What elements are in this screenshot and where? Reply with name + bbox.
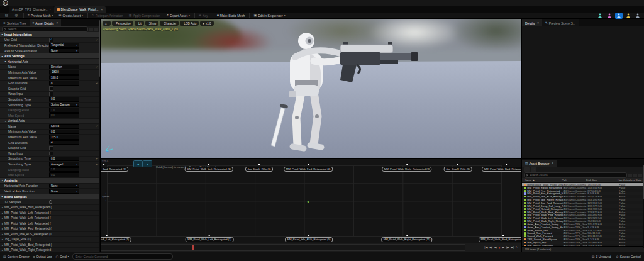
reset-to-default-icon[interactable]: ↩ xyxy=(96,125,98,128)
content-drawer-button[interactable]: ▤ Content Drawer xyxy=(3,255,30,258)
record-button[interactable]: ● xyxy=(498,246,501,250)
go-to-end-button[interactable]: ▶| xyxy=(511,246,514,249)
toolbar-button[interactable]: Preview Mesh ▾ xyxy=(23,13,55,18)
cmd-dropdown[interactable]: ▢ Cmd ▾ xyxy=(55,255,69,258)
property-row[interactable]: ▾ Snap to Grid ▾ ✓ ↩ xyxy=(0,145,100,151)
toolbar-button[interactable]: Export Asset ▾ xyxy=(164,13,192,18)
reset-to-default-icon[interactable]: ↩ xyxy=(96,157,98,160)
go-to-start-button[interactable]: |◀ xyxy=(484,246,487,249)
property-value[interactable]: 0.0▾ ✓ xyxy=(49,130,79,135)
tab-asset-browser[interactable]: ▤ Asset Browser × xyxy=(522,160,557,167)
unreal-logo-icon[interactable]: U xyxy=(3,0,8,6)
property-value[interactable]: ▾ ✓ xyxy=(49,92,53,96)
sample-point-dot[interactable] xyxy=(106,235,108,236)
tab-animbp[interactable]: AnimBP_TPS_Characte... ▾ xyxy=(9,6,54,13)
preview-viewport[interactable]: ▾ Perspective ▾ Lit ▾ Show ▾ Character ▾… xyxy=(101,19,521,158)
property-row[interactable]: ▾ Wrap Input ▾ ✓ ↩ xyxy=(0,151,100,157)
folder-icon[interactable] xyxy=(628,174,632,177)
property-value[interactable]: 0.0▾ ✓ xyxy=(49,113,79,118)
blend-sample-node[interactable]: Jog_DiagR_Rifle (3) xyxy=(444,164,472,172)
property-row[interactable]: ▾ Minimum Axis Value 0.0▾ ✓ ↩ xyxy=(0,130,100,135)
gear-icon[interactable] xyxy=(638,174,642,177)
blend-sample-node[interactable]: MM_Pistol_Walk_Left_Retargeted (1) xyxy=(185,164,233,172)
tab-asset-details[interactable]: ≡ Asset Details × xyxy=(30,19,61,26)
blend-sample-item[interactable]: ▸MM_Pistol_Walk_Left_Retargeted ( xyxy=(0,211,100,216)
property-row[interactable]: ▾ Horizontal Axis ▾ ✓ ↩ xyxy=(0,59,100,65)
source-control-button[interactable]: ⊘ Source Control xyxy=(616,255,641,258)
property-value[interactable]: ▾ ✓ xyxy=(49,86,53,91)
sample-point-dot[interactable] xyxy=(457,164,458,165)
close-tab-icon[interactable]: × xyxy=(101,8,103,11)
timeline-scrubber[interactable] xyxy=(101,244,465,251)
property-row[interactable]: ▾ Maximum Axis Value 375.0▾ ✓ ↩ xyxy=(0,135,100,140)
property-row[interactable]: ▾ Damping Ratio 1.0▾ ✓ ↩ xyxy=(0,167,100,173)
blend-sample-item[interactable]: ▸MM_Pistol_Walk_Left_Retargeted ( xyxy=(0,221,100,227)
sample-point-dot[interactable] xyxy=(308,235,309,236)
property-row[interactable]: ▾ Preferred Triangulation Direction Tang… xyxy=(0,43,100,48)
viewport-toolbar-button[interactable]: Show ▾ xyxy=(145,21,159,26)
property-row[interactable]: ▾ 12 Samples ▾ ✓ ↩ xyxy=(0,199,100,205)
property-value[interactable]: 4▾ ✓ xyxy=(49,140,79,145)
sample-point-dot[interactable] xyxy=(103,164,104,165)
property-row[interactable]: ▾ Smoothing Time 0.0▾ ✓ ↩ xyxy=(0,97,100,103)
tab-preview-scene-settings[interactable]: ✎ Preview Scene S... xyxy=(542,19,579,26)
property-value[interactable]: 0.0▾ ✓ xyxy=(49,157,79,162)
trash-icon[interactable] xyxy=(49,200,52,204)
property-row[interactable]: ▾ Smoothing Type Averaged▾ ✓ ↩ xyxy=(0,162,100,167)
property-value[interactable]: -180.0▾ ✓ xyxy=(49,70,79,75)
reset-to-default-icon[interactable]: ↩ xyxy=(96,38,98,42)
persona-mode-button[interactable] xyxy=(615,13,623,19)
reset-to-default-icon[interactable]: ↩ xyxy=(96,82,98,85)
scrollbar[interactable] xyxy=(99,19,100,252)
close-tab-icon[interactable]: × xyxy=(552,162,554,165)
preview-point-marker[interactable]: × xyxy=(307,200,309,204)
viewport-toolbar-button[interactable]: x1.0 ▾ xyxy=(200,21,213,26)
property-row[interactable]: ▾ Smoothing Time 0.0▾ ✓ ↩ xyxy=(0,157,100,162)
property-value[interactable]: None▾ ✓ xyxy=(49,48,79,53)
play-reverse-button[interactable]: ◀ xyxy=(494,246,497,249)
blend-sample-node[interactable]: MM_Pistol_Walk_Fwd_Retargeted (4) xyxy=(284,164,333,172)
property-value[interactable]: 0.0▾ ✓ xyxy=(49,172,79,177)
property-row[interactable]: ▾ Name Speed▾ ✓ ↩ xyxy=(0,124,100,130)
blendspace-grid[interactable]: 375.0 ◂ × Hold (Control) to move the Pre… xyxy=(101,158,521,243)
property-row[interactable]: ▾ Wrap Input ▾ ✓ ↩ xyxy=(0,92,100,97)
blend-sample-item[interactable]: ▸MM_Pistol_Idle_ADS_Retargeted (0 xyxy=(0,232,100,238)
property-value[interactable]: Direction▾ ✓ xyxy=(49,65,79,70)
property-value[interactable]: None▾ ✓ xyxy=(49,189,79,194)
blend-sample-item[interactable]: ▸MM_Pistol_Walk_Bwd_Retargeted ( xyxy=(0,243,100,248)
property-row[interactable]: ▾ Vertical Axis ▾ ✓ ↩ xyxy=(0,119,100,125)
property-row[interactable]: ▾ Minimum Axis Value -180.0▾ ✓ ↩ xyxy=(0,70,100,75)
browser-column-headers[interactable]: Name ▲ Path Disk Size Has Virtualized Da… xyxy=(522,178,644,183)
toolbar-button[interactable]: Create Asset ▾ xyxy=(56,13,86,18)
property-row[interactable]: ▾ Maximum Axis Value 180.0▾ ✓ ↩ xyxy=(0,75,100,81)
blend-sample-node[interactable]: MM_Pistol_Walk_Right_Retargeted (11) xyxy=(381,235,432,242)
property-row[interactable]: ▾ Name Direction▾ ✓ ↩ xyxy=(0,65,100,70)
filter-icon[interactable] xyxy=(94,28,98,31)
property-row[interactable]: ▾ Snap to Grid ▾ ✓ ↩ xyxy=(0,86,100,92)
property-value[interactable]: 180.0▾ ✓ xyxy=(49,75,79,81)
sample-point-dot[interactable] xyxy=(308,164,309,165)
search-box[interactable] xyxy=(524,172,627,178)
property-value[interactable]: 375.0▾ ✓ xyxy=(49,135,79,140)
viewport-toolbar-button[interactable]: Lit ▾ xyxy=(135,21,144,26)
toolbar-button[interactable]: Reimport Animation ▾ xyxy=(87,13,126,18)
blend-sample-node[interactable]: MM_Pistol_Walk_Bwd_Retargeted (1) xyxy=(479,235,521,242)
sample-point-dot[interactable] xyxy=(406,235,408,236)
console-command-input[interactable] xyxy=(72,253,173,260)
toolbar-button[interactable]: ▾ xyxy=(3,13,12,18)
property-value[interactable]: ▾ ✓ xyxy=(49,146,53,150)
tab-skeleton-tree[interactable]: ⊙ Skeleton Tree xyxy=(0,19,30,26)
blend-sample-item[interactable]: ▸MM_Pistol_Walk_Left_Retargeted ( xyxy=(0,216,100,221)
reset-to-default-icon[interactable]: ↩ xyxy=(96,65,98,69)
property-row[interactable]: ▾ Max Speed 0.0▾ ✓ ↩ xyxy=(0,113,100,119)
property-row[interactable]: ▾ Blend Samples ▾ ✓ ↩ xyxy=(0,194,100,200)
property-row[interactable]: ▾ Use Grid ▾ ✓ ↩ xyxy=(0,38,100,43)
property-value[interactable]: Averaged▾ ✓ xyxy=(49,162,79,167)
preview-character[interactable] xyxy=(248,22,425,158)
sample-point-dot[interactable] xyxy=(258,164,260,165)
property-row[interactable]: ▾ Analysis ▾ ✓ ↩ xyxy=(0,178,100,184)
property-row[interactable]: ▾ Smoothing Type Spring Damper▾ ✓ ↩ xyxy=(0,103,100,108)
persona-mode-button[interactable] xyxy=(634,13,641,19)
property-value[interactable]: Tangential▾ ✓ xyxy=(49,43,79,48)
sample-point-dot[interactable] xyxy=(506,164,507,165)
